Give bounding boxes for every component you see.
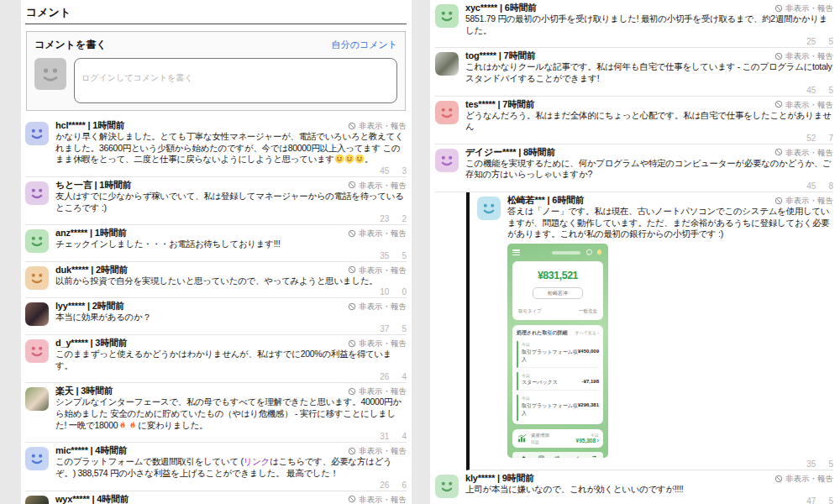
inline-link[interactable]: リンク (244, 456, 270, 466)
hide-report-link[interactable]: 非表示・報告 (348, 338, 407, 349)
prohibition-icon (348, 265, 356, 274)
comment-text: このプラットフォームで数週間取引をしていて (リンクはこちらです、必要な方はどう… (55, 456, 407, 479)
vote-counts[interactable]: 264 (55, 372, 407, 381)
comment-text: 友人はすでに少なからず稼いでいて、私は登録してマネージャーからの電話を待っている… (55, 191, 407, 213)
comment-text: 以前から投資で自分を実現したいと思っていたので、やってみようと思いました。 (55, 276, 407, 287)
comment-form: コメントを書く 自分のコメント (26, 31, 406, 111)
comment: ちと一言 | 1時間前非表示・報告友人はすでに少なからず稼いでいて、私は登録して… (25, 177, 407, 225)
comments-list-right: xyc***** | 6時間前非表示・報告5851.79 円の最初の小切手を受け… (435, 0, 833, 504)
app-nav-statement-icon: 明細 (538, 454, 545, 459)
prohibition-icon (348, 339, 356, 348)
comment: hcl***** | 1時間前非表示・報告かなり早く解決しました。とても丁寧な女… (25, 118, 407, 177)
fire-emoji-icon (128, 420, 138, 430)
comment: duk***** | 2時間前非表示・報告以前から投資で自分を実現したいと思って… (25, 262, 407, 299)
comment-author-and-time: 楽天 | 3時間前 (55, 386, 113, 396)
vote-counts[interactable]: 355 (55, 251, 407, 260)
app-summary-card: 資産増加収益今日¥95,308 › (512, 429, 603, 448)
comment: xyc***** | 6時間前非表示・報告5851.79 円の最初の小切手を受け… (435, 0, 833, 48)
prohibition-icon (348, 229, 356, 238)
comment: 楽天 | 3時間前非表示・報告シンプルなインターフェースで、私の母でもすべてを理… (25, 383, 407, 443)
app-bell-icon (596, 249, 603, 256)
embedded-bank-app-image: ¥831,521松崎若冲取引タイプ一般送金処理された取引の詳細すべて見る ›今日… (507, 244, 608, 458)
comment-text: 答えは「ノー」です。私は現在、古いノートパソコンでこのシステムを使用していますが… (507, 206, 833, 240)
guest-avatar (34, 58, 66, 90)
comment-text: シンプルなインターフェースで、私の母でもすべてを理解できたと思います。40000… (55, 396, 407, 431)
avatar (25, 447, 49, 470)
vote-counts[interactable]: 355 (507, 459, 833, 469)
hide-report-link[interactable]: 非表示・報告 (348, 301, 407, 312)
comment-text: 上司が本当に嫌いなので、これが効くといいのですが!!!! (465, 484, 833, 496)
hide-report-link[interactable]: 非表示・報告 (348, 494, 407, 504)
app-nav-chart-icon: グラフ (570, 454, 582, 459)
smile-emoji-icon (334, 154, 344, 164)
comment-author-and-time: mic***** | 4時間前 (55, 445, 128, 456)
comment-text: どうなんだろう。私はまだ全体的にちょっと心配です。私は自宅で仕事をしたことがあり… (465, 110, 833, 133)
vote-counts[interactable]: 453 (55, 166, 407, 176)
comment: mic***** | 4時間前非表示・報告このプラットフォームで数週間取引をして… (25, 443, 407, 491)
comment-text: チェックインしました・・・お電話お待ちしております!!! (55, 239, 407, 250)
prohibition-icon (348, 181, 356, 189)
app-transaction-row: 今日取引プラットフォーム収入¥296,381 (517, 395, 599, 421)
comment-author-and-time: kly***** | 9時間前 (465, 473, 534, 484)
app-account-name-button: 松崎若冲 (533, 287, 583, 299)
hide-report-link[interactable]: 非表示・報告 (774, 147, 833, 158)
my-comments-link[interactable]: 自分のコメント (332, 39, 397, 51)
hide-report-link[interactable]: 非表示・報告 (774, 473, 833, 484)
comment: d_y***** | 3時間前非表示・報告このままずっと使えるかどうかはわかりま… (25, 335, 407, 383)
avatar (25, 387, 49, 411)
app-transactions-card: 処理された取引の詳細すべて見る ›今日取引プラットフォーム収入¥450,009今… (512, 325, 603, 424)
comment-text: かなり早く解決しました。とても丁寧な女性マネージャーが、電話でいろいろと教えてく… (55, 131, 407, 165)
comment-form-title: コメントを書く (34, 38, 107, 52)
app-account-selector (552, 251, 580, 255)
hide-report-link[interactable]: 非表示・報告 (348, 120, 407, 131)
comment-author-and-time: xyc***** | 6時間前 (465, 3, 537, 13)
vote-counts[interactable]: 475 (465, 496, 833, 504)
vote-counts[interactable]: 455 (465, 86, 833, 95)
hide-report-link[interactable]: 非表示・報告 (348, 228, 407, 239)
app-balance: ¥831,521 (516, 270, 600, 281)
prohibition-icon (774, 4, 783, 13)
comments-list-left: hcl***** | 1時間前非表示・報告かなり早く解決しました。とても丁寧な女… (25, 118, 407, 504)
comment: デイジー**** | 8時間前非表示・報告この機能を実現するために、何かプログラ… (435, 144, 833, 192)
hide-report-link[interactable]: 非表示・報告 (774, 3, 833, 13)
prohibition-icon (774, 475, 783, 483)
prohibition-icon (774, 197, 783, 205)
comment: kly***** | 9時間前非表示・報告上司が本当に嫌いなので、これが効くとい… (435, 470, 833, 504)
avatar (435, 4, 459, 28)
avatar (25, 122, 49, 145)
app-nav-settings-icon: 設定 (591, 454, 598, 459)
vote-counts[interactable]: 266 (55, 480, 407, 490)
hide-report-link[interactable]: 非表示・報告 (348, 265, 407, 276)
comments-page: コメント コメントを書く 自分のコメント hcl***** | 1時間前非表示・… (0, 0, 840, 504)
comment-text: 本当に効果があるのか？ (55, 312, 407, 323)
comment-author-and-time: tog***** | 7時間前 (465, 50, 536, 61)
avatar (435, 52, 459, 76)
comment-author-and-time: anz***** | 1時間前 (55, 228, 127, 239)
comment: lyy***** | 2時間前非表示・報告本当に効果があるのか？375 (25, 298, 407, 335)
comment-reply: 松崎若*** | 6時間前非表示・報告答えは「ノー」です。私は現在、古いノートパ… (466, 192, 833, 470)
prohibition-icon (774, 100, 783, 108)
comment-author-and-time: 松崎若*** | 6時間前 (507, 195, 585, 206)
comment-author-and-time: duk***** | 2時間前 (55, 265, 128, 276)
vote-counts[interactable]: 458 (465, 181, 833, 191)
hide-report-link[interactable]: 非表示・報告 (348, 386, 407, 396)
vote-counts[interactable]: 232 (55, 214, 407, 223)
hide-report-link[interactable]: 非表示・報告 (774, 99, 833, 110)
comment: anz***** | 1時間前非表示・報告チェックインしました・・・お電話お待ち… (25, 225, 407, 262)
app-bottom-nav: ホーム明細取引グラフ設定 (512, 452, 603, 459)
vote-counts[interactable]: 527 (465, 134, 833, 143)
comment-author-and-time: tes***** | 7時間前 (465, 99, 535, 110)
comment-text: これはかなりクールな記事です。私は何年も自宅で仕事をしています - このプログラ… (465, 61, 833, 84)
vote-counts[interactable]: 314 (55, 432, 407, 441)
comment-input[interactable] (74, 58, 397, 103)
vote-counts[interactable]: 375 (55, 324, 407, 333)
hide-report-link[interactable]: 非表示・報告 (774, 50, 833, 61)
comment: tes***** | 7時間前非表示・報告どうなんだろう。私はまだ全体的にちょっ… (435, 97, 833, 144)
hide-report-link[interactable]: 非表示・報告 (348, 445, 407, 456)
vote-counts[interactable]: 100 (55, 287, 407, 297)
hide-report-link[interactable]: 非表示・報告 (774, 195, 833, 206)
app-nav-transfer-icon: 取引 (554, 454, 561, 459)
vote-counts[interactable]: 255 (465, 37, 833, 46)
hide-report-link[interactable]: 非表示・報告 (348, 180, 407, 191)
app-menu-icon (512, 249, 520, 256)
